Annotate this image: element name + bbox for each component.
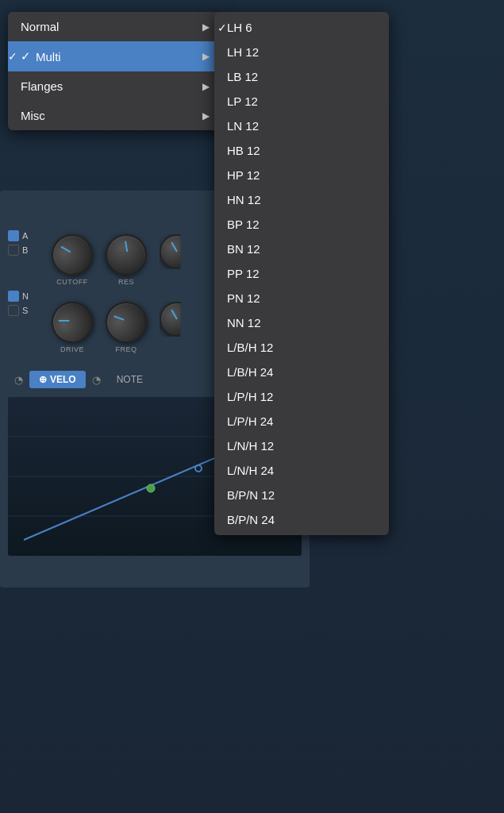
res-knob-container[interactable]: RES bbox=[106, 234, 147, 286]
freq-dial[interactable] bbox=[97, 293, 155, 351]
submenu-item-lph12[interactable]: L/P/H 12 bbox=[214, 384, 389, 409]
knobs-row-2: DRIVE FREQ bbox=[52, 302, 194, 353]
submenu-item-label-lbh24: L/B/H 24 bbox=[227, 365, 273, 379]
menu-item-flanges[interactable]: Flanges ▶ bbox=[8, 71, 222, 101]
submenu-item-hn12[interactable]: HN 12 bbox=[214, 187, 389, 212]
submenu-item-label-nn12: NN 12 bbox=[227, 316, 261, 329]
submenu-item-pp12[interactable]: PP 12 bbox=[214, 261, 389, 286]
submenu-item-lh12[interactable]: LH 12 bbox=[214, 40, 389, 64]
submenu-item-label-bn12: BN 12 bbox=[227, 242, 260, 256]
submenu-item-label-lp12: LP 12 bbox=[227, 94, 258, 108]
submenu-item-ln12[interactable]: LN 12 bbox=[214, 114, 389, 138]
submenu-item-hb12[interactable]: HB 12 bbox=[214, 138, 389, 163]
cutoff-knob-container[interactable]: CUTOFF bbox=[52, 234, 93, 286]
main-menu: Normal ▶ ✓ Multi ▶ Flanges ▶ Misc ▶ bbox=[8, 12, 222, 130]
menu-flanges-arrow: ▶ bbox=[202, 81, 210, 92]
submenu-item-nn12[interactable]: NN 12 bbox=[214, 310, 389, 335]
submenu-item-label-pn12: PN 12 bbox=[227, 291, 260, 305]
drive-dial[interactable] bbox=[44, 294, 100, 350]
submenu-item-label-lnh12: L/N/H 12 bbox=[227, 439, 274, 453]
menu-multi-arrow: ▶ bbox=[202, 51, 210, 62]
submenu-item-lbh12[interactable]: L/B/H 12 bbox=[214, 335, 389, 360]
submenu-item-label-lnh24: L/N/H 24 bbox=[227, 464, 274, 477]
drive-label: DRIVE bbox=[60, 345, 84, 353]
partial-knob bbox=[160, 234, 194, 286]
submenu-item-lbh24[interactable]: L/B/H 24 bbox=[214, 360, 389, 384]
menu-misc-label: Misc bbox=[21, 109, 45, 122]
svg-point-5 bbox=[147, 484, 155, 492]
channel-a-label: A bbox=[22, 231, 28, 241]
submenu-item-bpn12[interactable]: B/P/N 12 bbox=[214, 483, 389, 507]
submenu-item-label-pp12: PP 12 bbox=[227, 267, 260, 280]
submenu-item-label-lh6: LH 6 bbox=[227, 21, 252, 34]
menu-multi-checkmark: ✓ bbox=[21, 49, 31, 64]
menu-item-normal[interactable]: Normal ▶ bbox=[8, 12, 222, 41]
freq-knob-container[interactable]: FREQ bbox=[106, 302, 147, 353]
channel-a-box bbox=[8, 230, 19, 241]
partial-knob2 bbox=[160, 302, 194, 353]
menu-item-multi[interactable]: ✓ Multi ▶ bbox=[8, 41, 222, 71]
move-icon: ⊕ bbox=[39, 374, 47, 385]
submenu-item-label-bp12: BP 12 bbox=[227, 218, 260, 231]
submenu-item-lnh12[interactable]: L/N/H 12 bbox=[214, 433, 389, 458]
submenu-item-label-lph12: L/P/H 12 bbox=[227, 390, 273, 403]
submenu-item-lph24[interactable]: L/P/H 24 bbox=[214, 409, 389, 433]
channel-s-box bbox=[8, 305, 19, 316]
submenu-item-bn12[interactable]: BN 12 bbox=[214, 237, 389, 261]
submenu-item-label-bpn24: B/P/N 24 bbox=[227, 513, 275, 526]
submenu-item-pn12[interactable]: PN 12 bbox=[214, 286, 389, 310]
res-label: RES bbox=[118, 278, 134, 286]
channel-b-label: B bbox=[22, 245, 28, 255]
submenu-item-label-hn12: HN 12 bbox=[227, 193, 261, 206]
menu-multi-label: Multi bbox=[36, 50, 61, 64]
freq-label: FREQ bbox=[115, 345, 137, 353]
submenu-item-hp12[interactable]: HP 12 bbox=[214, 163, 389, 187]
submenu-item-bp12[interactable]: BP 12 bbox=[214, 212, 389, 237]
circle-icon-left: ◔ bbox=[14, 374, 23, 386]
menu-flanges-label: Flanges bbox=[21, 79, 63, 93]
menu-normal-arrow: ▶ bbox=[202, 21, 210, 33]
channel-n-box bbox=[8, 291, 19, 302]
submenu-item-label-bpn12: B/P/N 12 bbox=[227, 488, 275, 502]
submenu-item-label-lh12: LH 12 bbox=[227, 45, 259, 59]
submenu-item-label-ln12: LN 12 bbox=[227, 119, 259, 133]
cutoff-label: CUTOFF bbox=[56, 278, 87, 286]
submenu-item-lb12[interactable]: LB 12 bbox=[214, 64, 389, 89]
channel-s: S bbox=[8, 305, 29, 316]
submenu-item-label-lbh12: L/B/H 12 bbox=[227, 341, 273, 354]
partial-dial2 bbox=[160, 302, 194, 337]
menu-misc-arrow: ▶ bbox=[202, 110, 210, 121]
channel-labels: A B N S bbox=[8, 230, 29, 316]
channel-n[interactable]: N bbox=[8, 291, 29, 302]
cutoff-dial[interactable] bbox=[44, 226, 100, 283]
velo-button[interactable]: ⊕ VELO bbox=[29, 371, 86, 388]
submenu-item-label-lph24: L/P/H 24 bbox=[227, 414, 273, 428]
res-dial[interactable] bbox=[100, 229, 153, 282]
submenu-item-bpn24[interactable]: B/P/N 24 bbox=[214, 507, 389, 532]
velo-label: VELO bbox=[50, 374, 76, 385]
submenu-item-lh6[interactable]: LH 6 bbox=[214, 15, 389, 40]
submenu-item-label-hb12: HB 12 bbox=[227, 144, 260, 157]
submenu-item-lnh24[interactable]: L/N/H 24 bbox=[214, 458, 389, 483]
note-label: NOTE bbox=[117, 374, 143, 385]
channel-n-label: N bbox=[22, 291, 29, 301]
circle-icon-right: ◔ bbox=[92, 374, 101, 386]
submenu: LH 6LH 12LB 12LP 12LN 12HB 12HP 12HN 12B… bbox=[214, 12, 389, 535]
note-button[interactable]: NOTE bbox=[107, 371, 152, 388]
menu-item-misc[interactable]: Misc ▶ bbox=[8, 101, 222, 130]
channel-b: B bbox=[8, 245, 29, 256]
channel-s-label: S bbox=[22, 306, 28, 315]
partial-dial bbox=[160, 234, 194, 269]
knobs-row-1: CUTOFF RES bbox=[52, 234, 194, 286]
submenu-item-label-hp12: HP 12 bbox=[227, 168, 260, 182]
channel-a: A bbox=[8, 230, 29, 241]
submenu-item-label-lb12: LB 12 bbox=[227, 70, 258, 83]
drive-knob-container[interactable]: DRIVE bbox=[52, 302, 93, 353]
menu-normal-label: Normal bbox=[21, 20, 59, 33]
channel-b-box bbox=[8, 245, 19, 256]
submenu-item-lp12[interactable]: LP 12 bbox=[214, 89, 389, 114]
